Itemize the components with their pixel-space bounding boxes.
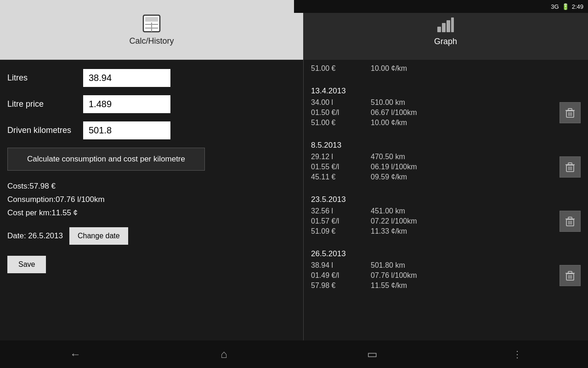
litre-price-row: Litre price [7, 95, 277, 113]
entry-row: 38.94 l 501.80 km 01.49 €/l 07.76 l/100k… [311, 261, 581, 290]
status-bar: 3G 🔋 2:49 [294, 0, 588, 13]
partial-cost: 51.00 € [311, 64, 352, 73]
calculate-button[interactable]: Calculate consumption and cost per kilom… [7, 148, 205, 171]
entry-cost: 45.11 € [311, 173, 352, 181]
entry-cost-per-km: 11.55 ¢/km [371, 282, 412, 290]
date-display: Date: 26.5.2013 [7, 231, 63, 241]
entry-price-per-l: 01.57 €/l [311, 217, 352, 225]
entry-row: 29.12 l 470.50 km 01.55 €/l 06.19 l/100k… [311, 153, 581, 181]
tab-graph-label: Graph [434, 37, 457, 46]
entry-litres: 38.94 l [311, 261, 352, 270]
tab-calc-label: Calc/History [129, 36, 174, 46]
litres-row: Litres [7, 69, 277, 87]
entry-price-per-l: 01.49 €/l [311, 271, 352, 280]
trash-icon [564, 270, 576, 282]
entry-line-3: 57.98 € 11.55 ¢/km [311, 282, 417, 290]
entry-line-2: 01.57 €/l 07.22 l/100km [311, 217, 417, 225]
entry-date: 8.5.2013 [311, 141, 581, 150]
svg-rect-6 [442, 23, 446, 32]
entry-row: 32.56 l 451.00 km 01.57 €/l 07.22 l/100k… [311, 207, 581, 236]
entry-cost-per-km: 10.00 ¢/km [371, 119, 412, 127]
delete-entry-button[interactable] [560, 156, 581, 178]
driven-km-input[interactable] [83, 121, 170, 139]
entry-row: 34.00 l 510.00 km 01.50 €/l 06.67 l/100k… [311, 98, 581, 127]
entry-litres: 34.00 l [311, 98, 352, 107]
litres-input[interactable] [83, 69, 170, 87]
entry-line-3: 51.09 € 11.33 ¢/km [311, 227, 417, 236]
svg-rect-23 [568, 217, 572, 219]
entry-km: 510.00 km [371, 98, 412, 107]
entry-cost: 57.98 € [311, 282, 352, 290]
entry-date: 13.4.2013 [311, 86, 581, 96]
entry-consumption: 06.67 l/100km [371, 109, 417, 117]
nav-bar: ← ⌂ ▭ ⋮ [0, 340, 588, 368]
tab-calc[interactable]: Calc/History [0, 0, 303, 60]
battery-icon: 🔋 [562, 3, 569, 10]
entry-data: 38.94 l 501.80 km 01.49 €/l 07.76 l/100k… [311, 261, 417, 290]
svg-rect-1 [145, 17, 158, 22]
signal-indicator: 3G [551, 3, 559, 10]
history-entry: 23.5.2013 32.56 l 451.00 km 01.57 €/l 07… [311, 195, 581, 240]
delete-entry-button[interactable] [560, 265, 581, 286]
entry-data: 34.00 l 510.00 km 01.50 €/l 06.67 l/100k… [311, 98, 417, 127]
results: Costs:57.98 € Consumption:07.76 l/100km … [7, 180, 277, 220]
recent-button[interactable]: ▭ [353, 343, 391, 365]
back-button[interactable]: ← [56, 343, 95, 365]
entry-data: 29.12 l 470.50 km 01.55 €/l 06.19 l/100k… [311, 153, 417, 181]
entry-data: 32.56 l 451.00 km 01.57 €/l 07.22 l/100k… [311, 207, 417, 236]
entry-cost: 51.09 € [311, 227, 352, 236]
entry-km: 501.80 km [371, 261, 412, 270]
driven-km-row: Driven kilometres [7, 121, 277, 139]
trash-icon [564, 215, 576, 227]
entry-line-1: 38.94 l 501.80 km [311, 261, 417, 270]
entry-consumption: 06.19 l/100km [371, 163, 417, 171]
entry-litres: 29.12 l [311, 153, 352, 161]
delete-entry-button[interactable] [560, 211, 581, 232]
clock: 2:49 [572, 3, 583, 10]
entry-line-1: 34.00 l 510.00 km [311, 98, 417, 107]
more-button[interactable]: ⋮ [503, 344, 532, 364]
change-date-button[interactable]: Change date [69, 227, 128, 245]
svg-rect-11 [568, 109, 572, 110]
history-entry: 26.5.2013 38.94 l 501.80 km 01.49 €/l 07… [311, 249, 581, 294]
entry-km: 470.50 km [371, 153, 412, 161]
cost-per-km-result: Cost per km:11.55 ¢ [7, 207, 277, 220]
delete-entry-button[interactable] [560, 102, 581, 123]
graph-icon [435, 14, 456, 34]
entry-cost-per-km: 11.33 ¢/km [371, 227, 412, 236]
svg-rect-8 [451, 17, 454, 32]
entry-line-1: 29.12 l 470.50 km [311, 153, 417, 161]
driven-km-label: Driven kilometres [7, 126, 83, 135]
trash-icon [564, 161, 576, 173]
entry-litres: 32.56 l [311, 207, 352, 215]
svg-rect-17 [568, 163, 572, 165]
date-row: Date: 26.5.2013 Change date [7, 227, 277, 245]
litre-price-label: Litre price [7, 99, 83, 109]
partial-cost-per-km: 10.00 ¢/km [371, 64, 412, 73]
entry-cost-per-km: 09.59 ¢/km [371, 173, 412, 181]
svg-rect-5 [437, 27, 441, 32]
entry-km: 451.00 km [371, 207, 412, 215]
history-entry: 8.5.2013 29.12 l 470.50 km 01.55 €/l 06.… [311, 141, 581, 186]
entry-price-per-l: 01.55 €/l [311, 163, 352, 171]
costs-result: Costs:57.98 € [7, 180, 277, 193]
save-button[interactable]: Save [7, 256, 46, 273]
left-panel: Litres Litre price Driven kilometres Cal… [0, 60, 285, 354]
entry-line-3: 51.00 € 10.00 ¢/km [311, 119, 417, 127]
litre-price-input[interactable] [83, 95, 170, 113]
home-button[interactable]: ⌂ [207, 343, 241, 365]
entry-date: 23.5.2013 [311, 195, 581, 204]
consumption-result: Consumption:07.76 l/100km [7, 193, 277, 207]
entry-cost: 51.00 € [311, 119, 352, 127]
svg-rect-29 [568, 271, 572, 273]
partial-entry: 51.00 € 10.00 ¢/km [311, 64, 581, 77]
history-entry: 13.4.2013 34.00 l 510.00 km 01.50 €/l 06… [311, 86, 581, 132]
entry-consumption: 07.76 l/100km [371, 271, 417, 280]
litres-label: Litres [7, 73, 83, 83]
entry-line-2: 01.49 €/l 07.76 l/100km [311, 271, 417, 280]
svg-rect-7 [447, 20, 450, 32]
calculator-icon [141, 13, 162, 34]
entry-line-2: 01.55 €/l 06.19 l/100km [311, 163, 417, 171]
right-panel: 51.00 € 10.00 ¢/km 13.4.2013 34.00 l 510… [304, 60, 588, 354]
entry-date: 26.5.2013 [311, 249, 581, 259]
